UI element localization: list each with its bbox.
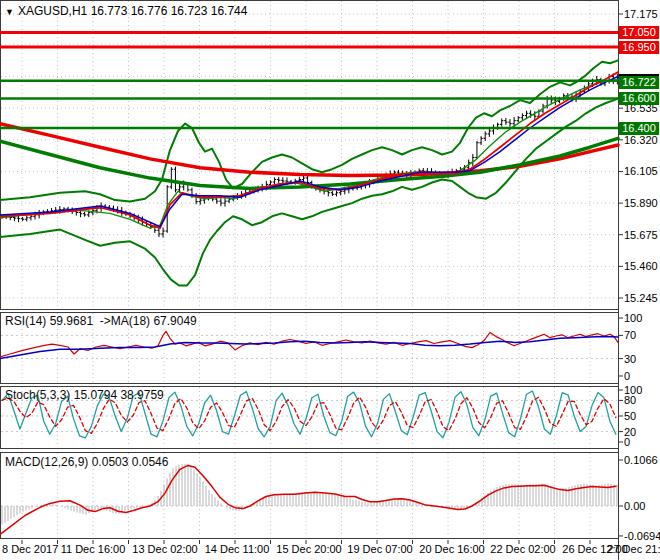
price-badge-16.600: 16.600 — [619, 92, 659, 105]
time-label-first: 8 Dec 2017 — [2, 543, 58, 555]
ohlc-values: 16.773 16.776 16.723 16.744 — [91, 4, 248, 18]
trading-chart-window: ▼XAGUSD,H1 16.773 16.776 16.723 16.744 R… — [0, 0, 660, 560]
price-tick-15.890: 15.890 — [624, 197, 658, 209]
price-tick-15.675: 15.675 — [624, 229, 658, 241]
time-label-6: 22 Dec 02:00 — [490, 543, 555, 555]
time-label-1: 13 Dec 02:00 — [132, 543, 197, 555]
chart-title: ▼XAGUSD,H1 16.773 16.776 16.723 16.744 — [5, 4, 247, 18]
price-badge-17.050: 17.050 — [619, 26, 659, 39]
tick-50: 50 — [624, 410, 636, 422]
tick-0: 0 — [624, 436, 630, 448]
chart-plot-area[interactable] — [0, 0, 660, 560]
time-label-0: 11 Dec 16:00 — [61, 543, 126, 555]
tick-30: 30 — [624, 353, 636, 365]
tick-0.1066: 0.1066 — [624, 454, 658, 466]
time-label-3: 15 Dec 20:00 — [276, 543, 341, 555]
tick-80: 80 — [624, 394, 636, 406]
price-tick-16.105: 16.105 — [624, 165, 658, 177]
price-badge-16.400: 16.400 — [619, 122, 659, 135]
price-tick-17.175: 17.175 — [624, 8, 658, 20]
stochastic-label: Stoch(5,3,3) 15.0794 38.9759 — [5, 388, 164, 402]
price-tick-16.320: 16.320 — [624, 134, 658, 146]
time-label-5: 20 Dec 16:00 — [419, 543, 484, 555]
time-label-4: 19 Dec 07:00 — [347, 543, 412, 555]
rsi-label: RSI(14) 59.9681 ->MA(18) 67.9049 — [5, 314, 197, 328]
price-badge-16.722: 16.722 — [619, 74, 659, 89]
macd-label: MACD(12,26,9) 0.0503 0.0546 — [5, 455, 168, 469]
tick--0.0694: -0.0694 — [624, 530, 660, 542]
price-tick-15.245: 15.245 — [624, 292, 658, 304]
time-label-8: 27 Dec 21:00 — [607, 543, 660, 555]
time-label-2: 14 Dec 11:00 — [205, 543, 270, 555]
price-badge-16.950: 16.950 — [619, 41, 659, 54]
symbol-label: XAGUSD,H1 — [18, 4, 87, 18]
tick-70: 70 — [624, 329, 636, 341]
tick-100: 100 — [624, 312, 642, 324]
symbol-dropdown-icon[interactable]: ▼ — [5, 7, 14, 17]
price-tick-15.460: 15.460 — [624, 260, 658, 272]
tick-0.00: 0.00 — [624, 500, 645, 512]
tick-0: 0 — [624, 370, 630, 382]
